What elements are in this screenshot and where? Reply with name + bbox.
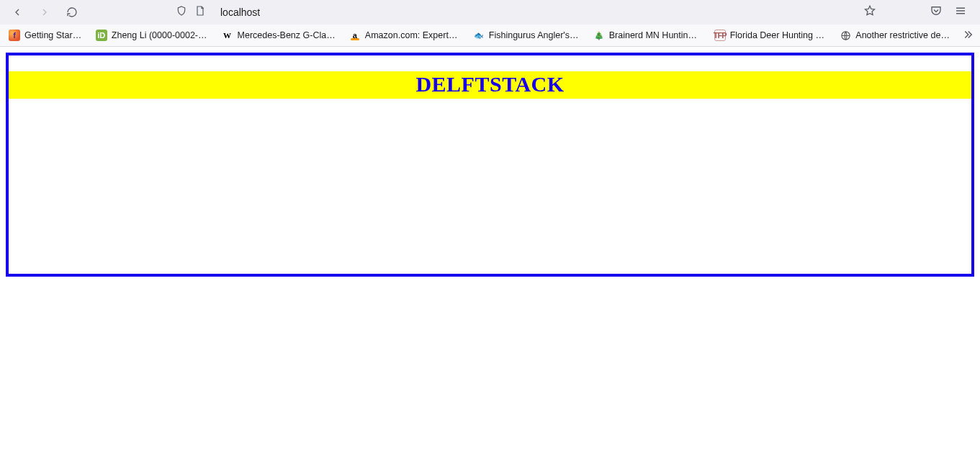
bookmark-star-icon[interactable] bbox=[863, 4, 876, 20]
bookmark-label: Florida Deer Hunting S… bbox=[730, 30, 827, 40]
globe-icon bbox=[840, 30, 851, 41]
bordered-container: DELFTSTACK bbox=[6, 53, 974, 277]
orcid-icon: iD bbox=[96, 30, 107, 41]
bookmark-item[interactable]: f Getting Started bbox=[6, 28, 86, 43]
bookmark-label: Amazon.com: ExpertP… bbox=[365, 30, 460, 40]
bookmarks-bar: f Getting Started iD Zheng Li (0000-0002… bbox=[0, 24, 980, 46]
reload-button[interactable] bbox=[60, 2, 84, 22]
shield-icon bbox=[176, 5, 187, 19]
bookmark-item[interactable]: TFP Florida Deer Hunting S… bbox=[711, 28, 830, 43]
fish-icon: 🐟 bbox=[473, 30, 485, 41]
heading-banner: DELFTSTACK bbox=[9, 71, 971, 99]
navigation-toolbar: localhost bbox=[0, 0, 980, 24]
page-icon bbox=[194, 5, 206, 19]
bookmark-label: Zheng Li (0000-0002-3… bbox=[112, 30, 209, 40]
page-heading: DELFTSTACK bbox=[415, 72, 564, 96]
browser-chrome: localhost f Getting Started iD Zheng Li … bbox=[0, 0, 980, 47]
page-viewport: DELFTSTACK bbox=[0, 47, 980, 282]
url-bar[interactable]: localhost bbox=[217, 6, 859, 18]
bookmark-item[interactable]: 🎄 Brainerd MN Hunting … bbox=[590, 28, 704, 43]
bookmark-item[interactable]: iD Zheng Li (0000-0002-3… bbox=[93, 28, 212, 43]
menu-icon[interactable] bbox=[954, 4, 967, 20]
toolbar-right-icons bbox=[884, 4, 974, 20]
url-security-icons[interactable] bbox=[167, 5, 213, 19]
bookmarks-overflow-button[interactable] bbox=[961, 28, 974, 43]
bookmark-label: Another restrictive dee… bbox=[855, 30, 951, 40]
forward-button[interactable] bbox=[33, 2, 56, 22]
pocket-icon[interactable] bbox=[930, 4, 943, 20]
bookmark-label: Brainerd MN Hunting … bbox=[609, 30, 701, 40]
tree-icon: 🎄 bbox=[593, 30, 605, 41]
bookmark-label: Getting Started bbox=[24, 30, 83, 40]
back-button[interactable] bbox=[6, 2, 29, 22]
firefox-icon: f bbox=[9, 30, 20, 41]
bookmark-label: Fishingurus Angler's I… bbox=[489, 30, 580, 40]
url-end-icons bbox=[863, 4, 879, 20]
bookmark-item[interactable]: a Amazon.com: ExpertP… bbox=[346, 28, 463, 43]
deer-icon: TFP bbox=[714, 30, 726, 41]
bookmark-item[interactable]: 🐟 Fishingurus Angler's I… bbox=[470, 28, 583, 43]
bookmark-label: Mercedes-Benz G-Clas… bbox=[238, 30, 336, 40]
bookmark-item[interactable]: W Mercedes-Benz G-Clas… bbox=[219, 28, 339, 43]
wikipedia-icon: W bbox=[222, 30, 233, 41]
bookmark-item[interactable]: Another restrictive dee… bbox=[837, 28, 954, 43]
amazon-icon: a bbox=[349, 30, 361, 41]
